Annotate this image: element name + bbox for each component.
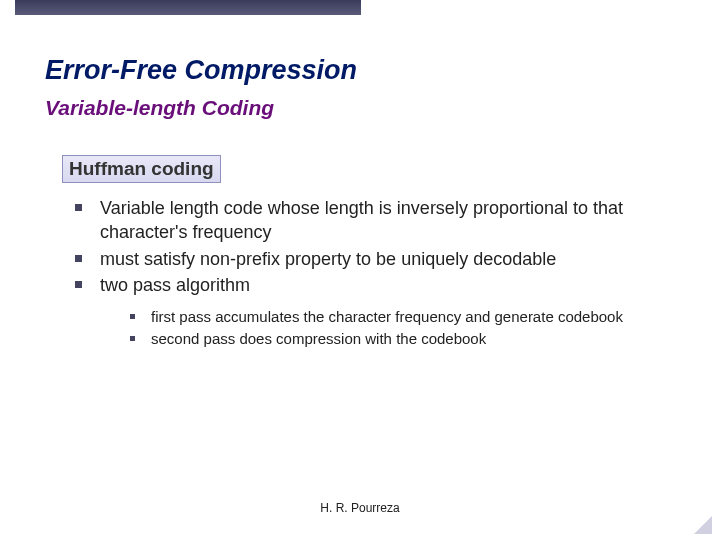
- sub-bullet-list: first pass accumulates the character fre…: [130, 307, 685, 350]
- bullet-text: must satisfy non-prefix property to be u…: [100, 247, 556, 271]
- square-bullet-icon: [75, 281, 82, 288]
- bullet-item: Variable length code whose length is inv…: [75, 196, 675, 245]
- square-bullet-icon: [75, 255, 82, 262]
- sub-bullet-text: first pass accumulates the character fre…: [151, 307, 623, 327]
- sub-bullet-item: first pass accumulates the character fre…: [130, 307, 685, 327]
- top-decorative-bar: [15, 0, 361, 15]
- square-bullet-icon: [75, 204, 82, 211]
- slide-subtitle: Variable-length Coding: [45, 96, 274, 120]
- sub-bullet-text: second pass does compression with the co…: [151, 329, 486, 349]
- page-curl-icon: [694, 516, 712, 534]
- bullet-item: must satisfy non-prefix property to be u…: [75, 247, 675, 271]
- section-heading-text: Huffman coding: [69, 158, 214, 179]
- square-bullet-icon: [130, 314, 135, 319]
- slide-title: Error-Free Compression: [45, 55, 357, 86]
- bullet-item: two pass algorithm: [75, 273, 675, 297]
- bullet-text: two pass algorithm: [100, 273, 250, 297]
- section-heading-box: Huffman coding: [62, 155, 221, 183]
- bullet-list: Variable length code whose length is inv…: [75, 196, 675, 352]
- sub-bullet-item: second pass does compression with the co…: [130, 329, 685, 349]
- slide-footer: H. R. Pourreza: [0, 501, 720, 515]
- square-bullet-icon: [130, 336, 135, 341]
- bullet-text: Variable length code whose length is inv…: [100, 196, 675, 245]
